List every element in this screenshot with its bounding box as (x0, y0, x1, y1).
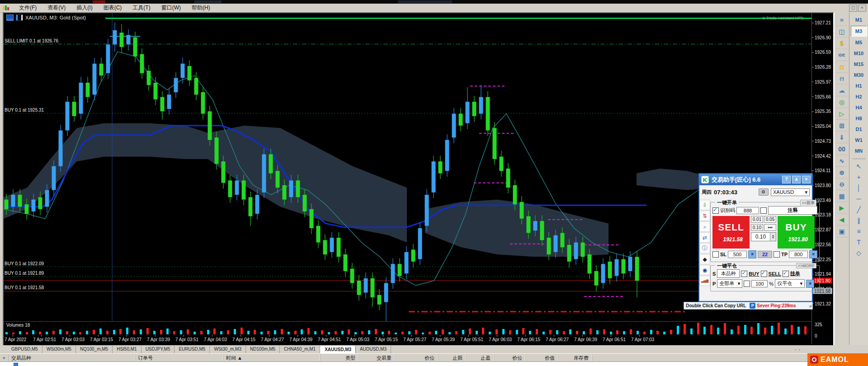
timeframe-MN[interactable]: MN (851, 146, 867, 156)
price-chart[interactable] (4, 13, 811, 321)
sl-checkbox[interactable] (712, 251, 719, 258)
menu-item-插[interactable]: 插入(I) (71, 4, 98, 12)
symbol-select[interactable]: XAUUSD ▾ (771, 188, 810, 196)
digits-icon[interactable]: 00 (836, 143, 848, 155)
lot-preset-more[interactable]: ••• (764, 224, 776, 231)
close-sell-checkbox[interactable] (761, 271, 767, 277)
chart-tab-USDJPY[interactable]: USDJPY,M5 (142, 346, 175, 353)
percent-input[interactable]: 100 (751, 280, 768, 287)
cloud-icon[interactable]: ☁ (836, 84, 848, 96)
timeframe-M5[interactable]: M5 (851, 38, 867, 47)
cursor-tool[interactable]: ↖ (851, 161, 867, 172)
tp-checkbox[interactable] (774, 251, 780, 258)
candles-icon[interactable]: ⇅ (699, 211, 710, 221)
shift-right-icon[interactable]: ▶ (836, 202, 848, 214)
panel-close-button[interactable]: × (802, 176, 811, 183)
lot-preset-005[interactable]: 0.05 (764, 216, 776, 223)
terminal-column-2[interactable]: 时间 ▲ (223, 354, 320, 362)
text-tool[interactable]: T (851, 237, 867, 248)
timeframe-M1[interactable]: M1 (851, 15, 867, 25)
timeframe-M10[interactable]: M10 (851, 48, 867, 58)
market-bag-icon[interactable]: ◘ (836, 61, 848, 73)
panel-titlebar[interactable]: K 交易助手[匠心] 6.6 ? ∧ × (699, 174, 812, 185)
timeframe-H2[interactable]: H2 (851, 92, 867, 102)
comment-button[interactable]: 注释 (768, 206, 817, 215)
terminal-column-5[interactable]: 价位 (395, 354, 438, 362)
target-icon[interactable]: ◎ (836, 96, 848, 108)
timeframe-H1[interactable]: H1 (851, 81, 867, 91)
terminal-column-3[interactable]: 类型 (320, 354, 359, 362)
timeframe-H8[interactable]: H8 (851, 113, 867, 123)
menu-item-工[interactable]: 工具(T) (127, 4, 156, 12)
menu-item-帮[interactable]: 帮助(H) (186, 4, 216, 12)
timeframe-M3[interactable]: M3 (851, 26, 867, 37)
timeframe-M30[interactable]: M30 (851, 70, 867, 80)
dollar-icon[interactable]: $ (836, 38, 848, 49)
terminal-column-9[interactable]: 价值 (525, 354, 558, 362)
order-add-icon[interactable]: ⇩ (699, 200, 710, 210)
terminal-column-10[interactable]: 库存费 (558, 354, 592, 362)
journal-icon[interactable]: ⊞ (836, 120, 848, 131)
fibo-tool[interactable]: ≡ (851, 226, 867, 237)
symbol-scope-select[interactable]: 本品种 (717, 269, 740, 278)
trendline-tool[interactable]: ╱ (851, 204, 867, 215)
sl-input[interactable]: 500 (728, 251, 747, 258)
buy-button[interactable]: BUY ↑ 1921.80 (778, 216, 815, 249)
chart-close-button[interactable]: × (858, 5, 866, 12)
crosshair-tool[interactable]: + (851, 172, 867, 183)
close-group-more[interactable]: >>MORE (796, 263, 817, 268)
search-icon[interactable]: ⌕ (699, 221, 710, 232)
chart-tab-EURUSD[interactable]: EURUSD,M5 (175, 346, 210, 353)
timeframe-H4[interactable]: H4 (851, 103, 867, 113)
stats-icon[interactable]: ▃▅▇ (699, 276, 710, 286)
terminal-column-8[interactable]: 价位 (494, 354, 525, 362)
chart-tab-AUDUSD[interactable]: AUDUSD,M3 (356, 346, 391, 353)
lot-preset-001[interactable]: 0.01 (751, 216, 763, 223)
tp-clear-button[interactable]: × (809, 250, 817, 258)
shapes-tool[interactable]: ◇ (851, 248, 867, 258)
close-buy-checkbox[interactable] (741, 271, 747, 277)
terminal-column-6[interactable]: 止损 (438, 354, 466, 362)
candle-chart-icon[interactable]: ◫ (836, 26, 848, 38)
chart-tab-ND100m[interactable]: ND100m,M5 (246, 346, 280, 353)
tab-scroll-arrows[interactable]: ‹ › (795, 347, 800, 353)
camera-icon[interactable] (759, 188, 769, 196)
tile-windows-icon[interactable]: ▦ (836, 190, 848, 202)
panel-collapse-button[interactable]: ∧ (792, 176, 801, 183)
chart-tab-WSt30_m[interactable]: WSt30_m,M3 (210, 346, 246, 353)
chart-tab-NQ100_m[interactable]: NQ100_m,M5 (76, 346, 113, 353)
time-axis[interactable]: 7 Apr 20227 Apr 02:517 Apr 03:037 Apr 03… (4, 335, 811, 344)
percent-checkbox[interactable] (744, 281, 750, 287)
shift-left-icon[interactable]: ◀ (836, 214, 848, 225)
info-icon[interactable]: ⓘ (699, 243, 710, 253)
chart-tab-XAUUSD[interactable]: XAUUSD,M3 (320, 346, 356, 353)
chart-restore-button[interactable]: ▢ (849, 5, 857, 12)
tp-input[interactable]: 800 (789, 251, 808, 258)
comment-checkbox[interactable] (760, 207, 767, 214)
chart-tab-HSI50[interactable]: HSI50,M1 (113, 346, 141, 353)
timeframe-D1[interactable]: D1 (851, 124, 867, 134)
menu-item-查[interactable]: 查看(V) (42, 4, 71, 12)
close-pending-checkbox[interactable] (783, 271, 789, 277)
line-chart-icon[interactable]: ≈ (836, 14, 848, 26)
timeframe-W1[interactable]: W1 (851, 135, 867, 145)
price-axis[interactable]: 1921.80 1921.58 1927.211926.901926.59192… (811, 13, 832, 344)
terminal-column-7[interactable]: 止盈 (466, 354, 494, 362)
menu-item-文[interactable]: 文件(F) (14, 4, 42, 12)
record-icon[interactable]: ◉ (699, 265, 710, 275)
swap-icon[interactable]: ⇄ (699, 232, 710, 243)
chart-tab-GBPUSD[interactable]: GBPUSD,M5 (7, 346, 42, 353)
chart-tab-WSt30m[interactable]: WSt30m,M5 (42, 346, 76, 353)
signal-icon[interactable]: (•) (836, 73, 848, 84)
id-input[interactable]: 888 (736, 207, 759, 214)
vline-tool[interactable]: │ (851, 183, 867, 193)
terminal-column-0[interactable]: 交易品种 (8, 354, 135, 362)
spinner-icon[interactable]: ▲▼ (770, 233, 776, 241)
sell-button[interactable]: SELL ↓ 1921.58 (712, 216, 750, 249)
channel-tool[interactable]: ∥ (851, 215, 867, 226)
open-group-more[interactable]: >>胜率 (800, 200, 817, 206)
terminal-close-button[interactable]: × (0, 356, 8, 361)
snapshot-icon[interactable]: ▣ (836, 225, 848, 237)
chart-plot-area[interactable]: XAUUSD, M3: Gold (Spot) K Trade Assistan… (4, 13, 811, 321)
timeframe-M15[interactable]: M15 (851, 59, 867, 69)
